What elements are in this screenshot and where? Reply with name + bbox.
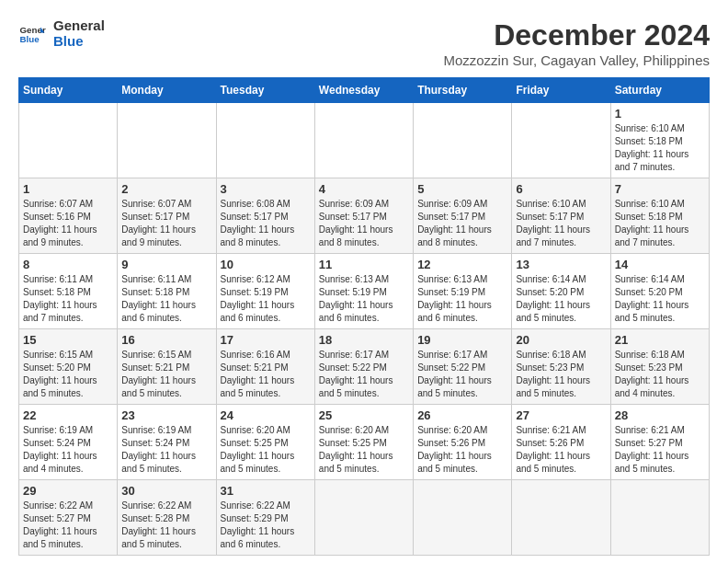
day-number: 18 (319, 333, 409, 347)
day-number: 15 (23, 333, 113, 347)
day-info: Sunrise: 6:13 AMSunset: 5:19 PMDaylight:… (417, 273, 507, 325)
calendar-cell: 6Sunrise: 6:10 AMSunset: 5:17 PMDaylight… (512, 178, 610, 254)
calendar-cell: 11Sunrise: 6:13 AMSunset: 5:19 PMDayligh… (314, 254, 413, 329)
calendar-cell: 19Sunrise: 6:17 AMSunset: 5:22 PMDayligh… (414, 329, 512, 405)
title-section: December 2024 Mozzozzin Sur, Cagayan Val… (443, 18, 710, 68)
logo-general: General (53, 18, 105, 34)
day-number: 31 (221, 484, 311, 498)
day-number: 17 (221, 333, 311, 347)
calendar-week-2: 8Sunrise: 6:11 AMSunset: 5:18 PMDaylight… (19, 254, 710, 329)
day-info: Sunrise: 6:10 AMSunset: 5:18 PMDaylight:… (615, 198, 705, 249)
day-number: 4 (319, 182, 409, 196)
day-info: Sunrise: 6:15 AMSunset: 5:21 PMDaylight:… (121, 349, 211, 400)
calendar-cell: 17Sunrise: 6:16 AMSunset: 5:21 PMDayligh… (216, 329, 314, 405)
calendar-week-5: 29Sunrise: 6:22 AMSunset: 5:27 PMDayligh… (19, 480, 710, 556)
day-info: Sunrise: 6:10 AMSunset: 5:17 PMDaylight:… (516, 198, 606, 249)
day-info: Sunrise: 6:17 AMSunset: 5:22 PMDaylight:… (319, 349, 409, 400)
calendar-cell: 10Sunrise: 6:12 AMSunset: 5:19 PMDayligh… (216, 254, 314, 329)
day-header-friday: Friday (512, 78, 610, 103)
day-number: 8 (23, 258, 113, 271)
day-header-monday: Monday (118, 78, 216, 103)
day-number: 27 (516, 408, 606, 422)
calendar-cell: 25Sunrise: 6:20 AMSunset: 5:25 PMDayligh… (314, 405, 413, 480)
day-number: 30 (121, 484, 211, 498)
day-info: Sunrise: 6:20 AMSunset: 5:25 PMDaylight:… (319, 424, 409, 476)
day-number: 21 (615, 333, 705, 347)
calendar-cell (512, 103, 610, 178)
day-info: Sunrise: 6:16 AMSunset: 5:21 PMDaylight:… (221, 349, 311, 400)
calendar-week-3: 15Sunrise: 6:15 AMSunset: 5:20 PMDayligh… (19, 329, 710, 405)
calendar-cell: 3Sunrise: 6:08 AMSunset: 5:17 PMDaylight… (216, 178, 314, 254)
calendar-table: SundayMondayTuesdayWednesdayThursdayFrid… (18, 77, 710, 556)
day-number: 6 (516, 182, 606, 196)
calendar-cell: 28Sunrise: 6:21 AMSunset: 5:27 PMDayligh… (610, 405, 709, 480)
day-info: Sunrise: 6:21 AMSunset: 5:27 PMDaylight:… (615, 424, 705, 476)
calendar-cell: 1Sunrise: 6:10 AMSunset: 5:18 PMDaylight… (610, 103, 709, 178)
day-info: Sunrise: 6:11 AMSunset: 5:18 PMDaylight:… (23, 273, 113, 325)
day-header-thursday: Thursday (414, 78, 512, 103)
day-info: Sunrise: 6:21 AMSunset: 5:26 PMDaylight:… (516, 424, 606, 476)
calendar-cell: 1Sunrise: 6:07 AMSunset: 5:16 PMDaylight… (19, 178, 118, 254)
calendar-cell: 13Sunrise: 6:14 AMSunset: 5:20 PMDayligh… (512, 254, 610, 329)
day-number: 5 (417, 182, 507, 196)
calendar-cell: 22Sunrise: 6:19 AMSunset: 5:24 PMDayligh… (19, 405, 118, 480)
calendar-cell: 20Sunrise: 6:18 AMSunset: 5:23 PMDayligh… (512, 329, 610, 405)
day-info: Sunrise: 6:19 AMSunset: 5:24 PMDaylight:… (121, 424, 211, 476)
day-number: 12 (417, 258, 507, 271)
calendar-cell (512, 480, 610, 556)
day-info: Sunrise: 6:20 AMSunset: 5:25 PMDaylight:… (221, 424, 311, 476)
day-number: 28 (615, 408, 705, 422)
calendar-cell: 23Sunrise: 6:19 AMSunset: 5:24 PMDayligh… (118, 405, 216, 480)
day-number: 23 (121, 408, 211, 422)
calendar-cell: 8Sunrise: 6:11 AMSunset: 5:18 PMDaylight… (19, 254, 118, 329)
day-info: Sunrise: 6:22 AMSunset: 5:27 PMDaylight:… (23, 500, 113, 551)
day-number: 3 (221, 182, 311, 196)
calendar-cell (414, 103, 512, 178)
day-info: Sunrise: 6:15 AMSunset: 5:20 PMDaylight:… (23, 349, 113, 400)
day-info: Sunrise: 6:09 AMSunset: 5:17 PMDaylight:… (319, 198, 409, 249)
header: General Blue General Blue December 2024 … (18, 18, 710, 68)
day-info: Sunrise: 6:14 AMSunset: 5:20 PMDaylight:… (615, 273, 705, 325)
subtitle: Mozzozzin Sur, Cagayan Valley, Philippin… (443, 52, 710, 68)
calendar-cell: 5Sunrise: 6:09 AMSunset: 5:17 PMDaylight… (414, 178, 512, 254)
day-info: Sunrise: 6:11 AMSunset: 5:18 PMDaylight:… (121, 273, 211, 325)
day-info: Sunrise: 6:18 AMSunset: 5:23 PMDaylight:… (615, 349, 705, 400)
day-info: Sunrise: 6:08 AMSunset: 5:17 PMDaylight:… (221, 198, 311, 249)
calendar-cell: 16Sunrise: 6:15 AMSunset: 5:21 PMDayligh… (118, 329, 216, 405)
day-number: 24 (221, 408, 311, 422)
day-number: 11 (319, 258, 409, 271)
calendar-cell: 21Sunrise: 6:18 AMSunset: 5:23 PMDayligh… (610, 329, 709, 405)
day-info: Sunrise: 6:18 AMSunset: 5:23 PMDaylight:… (516, 349, 606, 400)
day-info: Sunrise: 6:20 AMSunset: 5:26 PMDaylight:… (417, 424, 507, 476)
logo-blue: Blue (53, 34, 105, 50)
logo-icon: General Blue (18, 20, 46, 48)
day-header-saturday: Saturday (610, 78, 709, 103)
calendar-cell: 26Sunrise: 6:20 AMSunset: 5:26 PMDayligh… (414, 405, 512, 480)
calendar-cell (118, 103, 216, 178)
day-info: Sunrise: 6:22 AMSunset: 5:29 PMDaylight:… (221, 500, 311, 551)
day-info: Sunrise: 6:07 AMSunset: 5:16 PMDaylight:… (23, 198, 113, 249)
day-number: 14 (615, 258, 705, 271)
header-row: SundayMondayTuesdayWednesdayThursdayFrid… (19, 78, 710, 103)
day-number: 9 (121, 258, 211, 271)
calendar-cell: 29Sunrise: 6:22 AMSunset: 5:27 PMDayligh… (19, 480, 118, 556)
calendar-cell: 14Sunrise: 6:14 AMSunset: 5:20 PMDayligh… (610, 254, 709, 329)
calendar-cell: 7Sunrise: 6:10 AMSunset: 5:18 PMDaylight… (610, 178, 709, 254)
day-info: Sunrise: 6:07 AMSunset: 5:17 PMDaylight:… (121, 198, 211, 249)
day-info: Sunrise: 6:09 AMSunset: 5:17 PMDaylight:… (417, 198, 507, 249)
day-number: 1 (23, 182, 113, 196)
calendar-cell (216, 103, 314, 178)
calendar-cell: 30Sunrise: 6:22 AMSunset: 5:28 PMDayligh… (118, 480, 216, 556)
day-number: 16 (121, 333, 211, 347)
calendar-cell (314, 103, 413, 178)
day-number: 19 (417, 333, 507, 347)
calendar-cell (314, 480, 413, 556)
day-number: 2 (121, 182, 211, 196)
calendar-cell (610, 480, 709, 556)
day-header-tuesday: Tuesday (216, 78, 314, 103)
day-info: Sunrise: 6:10 AMSunset: 5:18 PMDaylight:… (615, 122, 705, 174)
day-number: 20 (516, 333, 606, 347)
calendar-cell: 9Sunrise: 6:11 AMSunset: 5:18 PMDaylight… (118, 254, 216, 329)
day-number: 22 (23, 408, 113, 422)
calendar-week-4: 22Sunrise: 6:19 AMSunset: 5:24 PMDayligh… (19, 405, 710, 480)
